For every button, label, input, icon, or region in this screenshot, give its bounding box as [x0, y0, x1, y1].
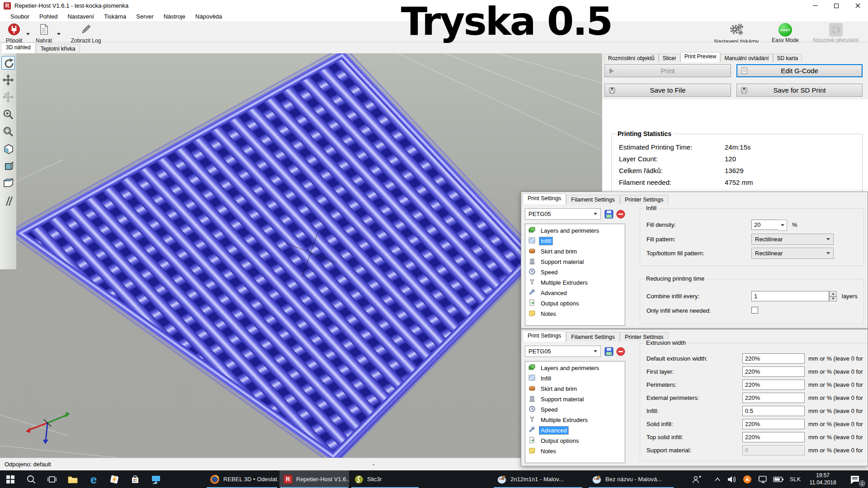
task-view-button[interactable] [42, 470, 62, 488]
tab-print-settings[interactable]: Print Settings [523, 331, 566, 342]
preset-select[interactable]: PETG05 [525, 346, 601, 357]
maximize-button[interactable] [826, 0, 847, 11]
category-speed[interactable]: Speed [525, 267, 625, 277]
category-infill[interactable]: Infill [525, 373, 625, 384]
language-indicator[interactable]: SLK [787, 470, 804, 488]
tab-temperature-curve[interactable]: Teplotní křivka [36, 44, 80, 53]
tab-print-preview[interactable]: Print Preview [680, 52, 721, 62]
volume-button[interactable] [724, 470, 740, 488]
remote-app-button[interactable] [146, 470, 166, 488]
first-layer-input[interactable] [742, 366, 805, 377]
menu-napoveda[interactable]: Nápověda [190, 12, 227, 21]
menu-nastaveni[interactable]: Nastavení [62, 12, 99, 21]
category-notes[interactable]: Notes [525, 309, 625, 319]
taskbar-slic3r-window[interactable]: Slic3r [350, 470, 420, 488]
zoom-fit-tool[interactable] [1, 125, 15, 138]
edge-button[interactable]: e [83, 470, 104, 488]
combine-infill-stepper[interactable] [829, 291, 837, 301]
fill-pattern-select[interactable]: Rectilinear [751, 234, 834, 245]
load-button[interactable]: Nahrát [33, 23, 54, 44]
show-log-button[interactable]: Zobrazit Log [66, 23, 106, 44]
taskbar-paint-window-1[interactable]: 2n12m1n1 - Malov... [493, 470, 583, 488]
category-speed[interactable]: Speed [525, 404, 625, 415]
side-view-tool[interactable] [1, 176, 15, 190]
category-notes[interactable]: Notes [525, 446, 625, 456]
splitter-handle[interactable]: - [373, 461, 374, 468]
tab-print-settings[interactable]: Print Settings [523, 193, 566, 204]
print-button[interactable]: Print [604, 64, 731, 77]
search-button[interactable] [21, 470, 42, 488]
fill-density-input[interactable] [751, 220, 778, 230]
category-skirt[interactable]: Skirt and brim [525, 384, 625, 394]
save-preset-icon[interactable] [604, 347, 613, 356]
isometric-view-tool[interactable] [1, 142, 15, 155]
rotate-tool[interactable] [1, 56, 15, 70]
network-tray-button[interactable] [755, 470, 770, 488]
default-extrusion-input[interactable] [742, 353, 805, 364]
delete-preset-icon[interactable] [616, 210, 625, 219]
edit-gcode-button[interactable]: Edit G-Code [736, 64, 863, 77]
people-button[interactable] [687, 470, 706, 488]
tab-filament-settings[interactable]: Filament Settings [566, 332, 620, 342]
top-solid-infill-input[interactable] [742, 432, 805, 442]
tab-3d-preview[interactable]: 3D náhled [1, 42, 36, 53]
save-preset-icon[interactable] [604, 210, 613, 219]
category-output[interactable]: Output options [525, 436, 625, 446]
menu-server[interactable]: Server [131, 12, 158, 21]
menu-pohled[interactable]: Pohled [34, 12, 62, 21]
fill-density-dropdown[interactable] [778, 220, 787, 231]
store-button[interactable] [125, 470, 146, 488]
zoom-tool[interactable] [1, 108, 15, 121]
taskbar-firefox-window[interactable]: REBEL 3D • Odeslat... [206, 470, 278, 488]
tab-slicer[interactable]: Slicer [659, 54, 680, 62]
connect-dropdown-icon[interactable] [26, 33, 30, 35]
tab-object-placement[interactable]: Rozmístění objektů [604, 54, 659, 62]
avast-tray-button[interactable] [740, 470, 755, 488]
category-layers[interactable]: Layers and perimeters [525, 363, 625, 373]
category-output[interactable]: Output options [525, 298, 625, 309]
category-advanced[interactable]: Advanced [525, 425, 625, 436]
preset-select[interactable]: PETG05 [525, 208, 601, 220]
combine-infill-input[interactable] [751, 291, 829, 301]
tab-printer-settings[interactable]: Printer Settings [620, 195, 668, 204]
only-infill-checkbox[interactable] [751, 307, 758, 314]
tab-filament-settings[interactable]: Filament Settings [566, 195, 620, 204]
front-view-tool[interactable] [1, 159, 15, 173]
top-bottom-pattern-select[interactable]: Rectilinear [751, 248, 834, 259]
category-infill[interactable]: Infill [525, 236, 625, 246]
category-extruders[interactable]: Multiple Extruders [525, 415, 625, 425]
taskbar-repetier-window[interactable]: R Repetier-Host V1.6.... [279, 470, 349, 488]
battery-tray-button[interactable] [770, 470, 787, 488]
category-support[interactable]: Support material [525, 394, 625, 404]
infill-width-input[interactable] [742, 406, 805, 416]
category-layers[interactable]: Layers and perimeters [525, 225, 625, 236]
category-extruders[interactable]: Multiple Extruders [525, 277, 625, 288]
parallel-projection-tool[interactable] [1, 194, 15, 208]
tray-expand-button[interactable] [711, 470, 724, 488]
save-for-sd-button[interactable]: Save for SD Print [736, 84, 863, 97]
minimize-button[interactable] [805, 0, 826, 11]
file-explorer-button[interactable] [62, 470, 83, 488]
tab-sd-card[interactable]: SD karta [773, 54, 802, 62]
close-button[interactable] [847, 0, 868, 11]
easy-mode-button[interactable]: EASY Easy Mode [770, 23, 800, 43]
taskbar-paint-window-2[interactable]: Bez názvu - Malová... [588, 470, 675, 488]
save-to-file-button[interactable]: Save to File [604, 84, 731, 97]
delete-preset-icon[interactable] [616, 347, 625, 356]
move-view-tool[interactable] [1, 73, 15, 87]
tab-manual-control[interactable]: Manuální ovládání [720, 54, 773, 62]
menu-nastroje[interactable]: Nástroje [159, 12, 190, 21]
action-center-button[interactable]: 1 [844, 470, 866, 488]
external-perimeters-input[interactable] [742, 393, 805, 403]
category-skirt[interactable]: Skirt and brim [525, 246, 625, 257]
category-support[interactable]: Support material [525, 257, 625, 267]
clock-tray[interactable]: 19:5711.04.2018 [804, 470, 842, 488]
category-advanced[interactable]: Advanced [525, 288, 625, 298]
3d-scene[interactable] [0, 53, 602, 458]
load-dropdown-icon[interactable] [57, 33, 61, 35]
3d-viewport[interactable] [0, 53, 602, 458]
solid-infill-input[interactable] [742, 419, 805, 429]
winamp-button[interactable] [104, 470, 125, 488]
menu-soubor[interactable]: Soubor [5, 12, 34, 21]
perimeters-input[interactable] [742, 380, 805, 390]
